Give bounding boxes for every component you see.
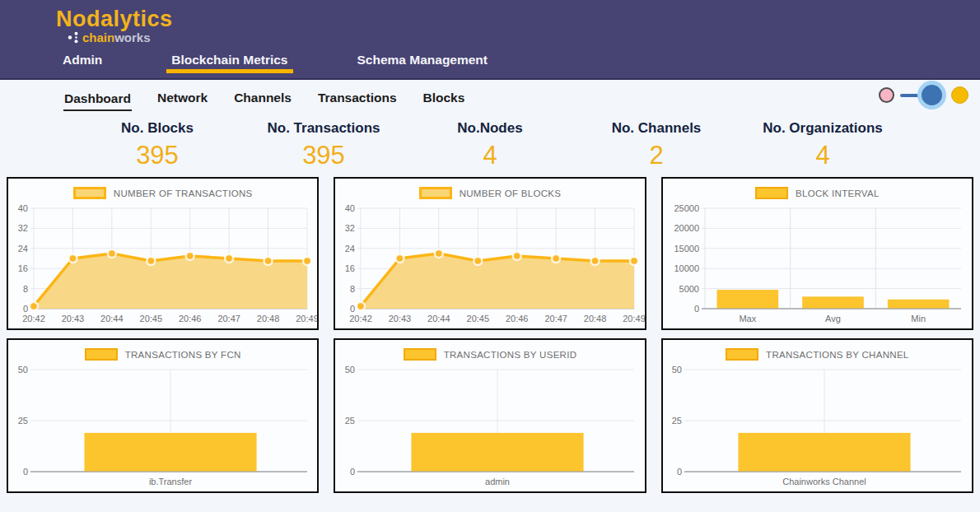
chart-title: TRANSACTIONS BY USERID (444, 350, 577, 360)
legend-swatch-icon (419, 187, 452, 199)
svg-text:20:47: 20:47 (544, 314, 567, 323)
svg-text:20:43: 20:43 (389, 314, 412, 323)
chart-card-transactions-by-channel: TRANSACTIONS BY CHANNEL 02550Chainworks … (661, 338, 973, 493)
tab-admin[interactable]: Admin (43, 46, 122, 73)
svg-text:32: 32 (17, 223, 27, 233)
subnav-transactions[interactable]: Transactions (317, 89, 398, 107)
svg-text:20:44: 20:44 (100, 314, 124, 323)
chart-title: TRANSACTIONS BY CHANNEL (766, 350, 908, 360)
chart-title: NUMBER OF TRANSACTIONS (114, 189, 253, 198)
transactions-by-fcn-bar-chart: 02550ib.Transfer (9, 363, 317, 490)
svg-text:8: 8 (350, 284, 355, 294)
chart-legend[interactable]: NUMBER OF TRANSACTIONS (73, 186, 253, 200)
stat-nodes: No.Nodes 4 (407, 120, 573, 170)
network-nodes-widget[interactable] (879, 85, 968, 105)
tab-schema-management[interactable]: Schema Management (338, 46, 508, 73)
svg-text:32: 32 (345, 223, 355, 233)
stat-label: No. Organizations (740, 120, 906, 137)
svg-text:20:48: 20:48 (256, 314, 279, 323)
svg-text:50: 50 (672, 365, 682, 375)
stat-value: 395 (240, 141, 407, 170)
svg-text:20:42: 20:42 (22, 314, 45, 323)
chart-card-transactions-by-userid: TRANSACTIONS BY USERID 02550admin (334, 338, 646, 493)
subnav-channels[interactable]: Channels (233, 89, 292, 107)
pink-node-icon (879, 87, 894, 103)
svg-text:50: 50 (345, 365, 355, 375)
svg-text:50: 50 (17, 365, 27, 375)
svg-text:25: 25 (345, 416, 355, 426)
stat-label: No. Blocks (74, 120, 240, 137)
stat-label: No. Channels (573, 120, 740, 137)
brand-sub-chain: chain (82, 30, 114, 44)
stat-blocks: No. Blocks 395 (74, 120, 240, 170)
stat-value: 4 (740, 141, 906, 170)
stat-value: 2 (573, 141, 740, 170)
svg-text:25: 25 (17, 416, 27, 426)
svg-text:5000: 5000 (679, 284, 699, 294)
svg-text:0: 0 (23, 304, 28, 314)
stat-value: 395 (74, 141, 240, 170)
svg-text:24: 24 (17, 244, 27, 254)
svg-text:20:42: 20:42 (349, 314, 372, 323)
summary-stats-row: No. Blocks 395 No. Transactions 395 No.N… (74, 120, 906, 170)
chart-legend[interactable]: TRANSACTIONS BY USERID (404, 347, 577, 361)
block-interval-bar-chart: 0500010000150002000025000MaxAvgMin (663, 202, 971, 327)
sub-navigation: Dashboard Network Channels Transactions … (0, 80, 980, 115)
svg-text:25: 25 (672, 416, 682, 426)
svg-text:20:45: 20:45 (139, 314, 162, 323)
brand-logo: Nodalytics chainworks (0, 0, 980, 44)
svg-text:0: 0 (694, 304, 699, 314)
svg-text:40: 40 (17, 203, 27, 213)
top-navigation: Admin Blockchain Metrics Schema Manageme… (0, 46, 980, 73)
legend-swatch-icon (85, 348, 118, 361)
chart-card-block-interval: BLOCK INTERVAL 0500010000150002000025000… (661, 177, 973, 330)
chart-card-number-of-blocks: NUMBER OF BLOCKS 081624324020:4220:4320:… (334, 177, 646, 330)
blocks-line-chart: 081624324020:4220:4320:4420:4520:4620:47… (336, 202, 644, 327)
stat-transactions: No. Transactions 395 (240, 120, 407, 170)
chart-legend[interactable]: NUMBER OF BLOCKS (419, 186, 562, 200)
tab-blockchain-metrics[interactable]: Blockchain Metrics (152, 46, 307, 73)
chart-card-number-of-transactions: NUMBER OF TRANSACTIONS 081624324020:4220… (7, 177, 319, 330)
svg-text:20:43: 20:43 (61, 314, 84, 323)
svg-text:20:48: 20:48 (584, 314, 607, 323)
stat-label: No. Transactions (240, 120, 407, 137)
chart-title: NUMBER OF BLOCKS (460, 189, 562, 198)
svg-text:10000: 10000 (674, 263, 700, 273)
transactions-line-chart: 081624324020:4220:4320:4420:4520:4620:47… (9, 202, 317, 327)
svg-text:20:45: 20:45 (467, 314, 490, 323)
svg-text:20:44: 20:44 (427, 314, 450, 323)
svg-text:20:49: 20:49 (623, 314, 646, 323)
chainworks-dots-icon (68, 31, 80, 44)
svg-text:Chainworks Channel: Chainworks Channel (783, 477, 867, 486)
stat-label: No.Nodes (407, 120, 573, 137)
svg-text:0: 0 (677, 467, 682, 477)
svg-text:0: 0 (350, 467, 355, 477)
subnav-network[interactable]: Network (156, 89, 208, 107)
subnav-blocks[interactable]: Blocks (422, 89, 466, 107)
svg-text:Avg: Avg (825, 314, 841, 323)
legend-swatch-icon (73, 187, 106, 199)
blue-node-icon (922, 85, 942, 105)
legend-swatch-icon (755, 187, 788, 199)
svg-text:16: 16 (17, 263, 27, 273)
chart-legend[interactable]: BLOCK INTERVAL (755, 186, 880, 200)
legend-swatch-icon (726, 348, 758, 361)
chart-legend[interactable]: TRANSACTIONS BY CHANNEL (726, 347, 908, 361)
svg-text:0: 0 (350, 304, 355, 314)
svg-text:0: 0 (23, 467, 28, 477)
stat-organizations: No. Organizations 4 (740, 120, 906, 170)
node-edge-line (900, 94, 920, 97)
chart-legend[interactable]: TRANSACTIONS BY FCN (85, 347, 241, 361)
subnav-dashboard[interactable]: Dashboard (63, 90, 132, 111)
svg-text:20:46: 20:46 (506, 314, 529, 323)
charts-grid: NUMBER OF TRANSACTIONS 081624324020:4220… (0, 170, 980, 493)
chart-card-transactions-by-fcn: TRANSACTIONS BY FCN 02550ib.Transfer (7, 338, 319, 493)
svg-text:Min: Min (912, 314, 926, 323)
transactions-by-channel-bar-chart: 02550Chainworks Channel (663, 363, 971, 490)
chart-title: TRANSACTIONS BY FCN (125, 350, 241, 360)
legend-swatch-icon (404, 348, 436, 361)
svg-text:Max: Max (740, 314, 757, 323)
svg-text:16: 16 (345, 263, 355, 273)
svg-text:ib.Transfer: ib.Transfer (149, 477, 193, 486)
stat-value: 4 (407, 141, 573, 170)
